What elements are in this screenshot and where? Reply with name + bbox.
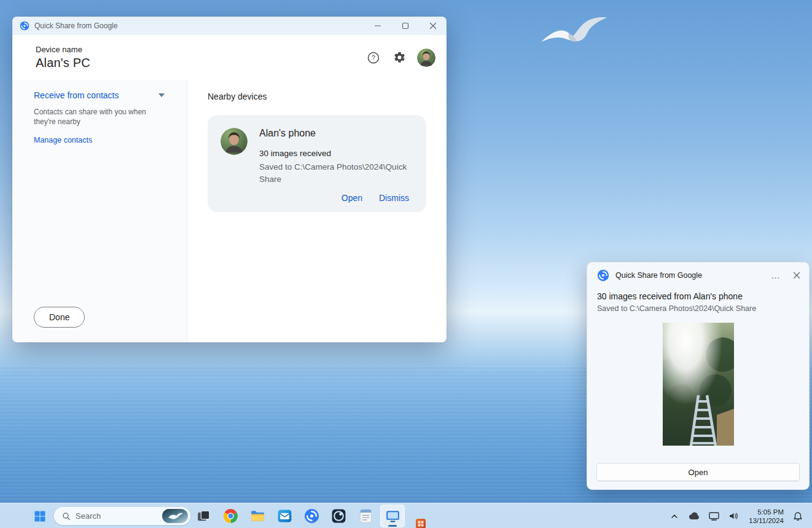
notification-toast: Quick Share from Google … 30 images rece…	[587, 262, 810, 490]
close-icon	[793, 272, 800, 279]
start-button[interactable]	[28, 505, 52, 527]
network-button[interactable]	[706, 507, 722, 526]
notepad-icon	[358, 508, 373, 524]
user-photo-icon	[417, 49, 435, 67]
file-explorer-button[interactable]	[245, 505, 270, 527]
toast-close-button[interactable]	[793, 272, 800, 279]
manage-contacts-link[interactable]: Manage contacts	[34, 136, 92, 144]
clock-time: 5:05 PM	[749, 508, 784, 516]
tv-app-icon	[385, 508, 400, 524]
maximize-icon	[402, 22, 409, 30]
saved-path: Saved to C:\Camera Photos\2024\Quick Sha…	[259, 161, 412, 186]
search-highlight-image[interactable]	[162, 509, 188, 523]
nearby-devices-heading: Nearby devices	[208, 92, 267, 101]
notepad-button[interactable]	[353, 505, 378, 527]
network-monitor-icon	[709, 512, 719, 521]
help-button[interactable]: ?	[365, 50, 381, 66]
media-app-icon	[331, 508, 346, 524]
quick-share-window: Quick Share from Google Device name Alan…	[12, 17, 447, 342]
system-tray: 5:05 PM 13/11/2024	[666, 503, 812, 528]
chrome-icon	[223, 508, 238, 524]
chevron-up-icon	[671, 514, 678, 519]
search-highlight-art-icon	[162, 509, 188, 523]
help-icon: ?	[367, 51, 380, 65]
hidden-icons-button[interactable]	[666, 507, 682, 526]
device-name-block: Device name Alan's PC	[36, 45, 90, 70]
device-name-label: Device name	[36, 45, 90, 54]
quick-share-logo-icon	[304, 508, 319, 524]
close-icon	[429, 22, 437, 30]
minimize-icon	[374, 22, 381, 30]
chevron-down-icon	[158, 93, 165, 97]
transfer-details: Alan's phone 30 images received Saved to…	[259, 128, 412, 186]
seagull-bird	[534, 12, 613, 59]
search-input[interactable]	[76, 511, 157, 521]
chrome-button[interactable]	[218, 505, 243, 527]
grid-glyph-icon	[418, 521, 424, 527]
cloud-icon	[689, 512, 700, 520]
sender-device-name: Alan's phone	[259, 128, 412, 139]
onedrive-button[interactable]	[686, 507, 702, 526]
media-app-button[interactable]	[326, 505, 351, 527]
quick-share-logo-icon	[20, 21, 29, 31]
sender-photo-icon	[221, 128, 248, 155]
task-view-icon	[196, 508, 211, 524]
received-photo-thumbnail[interactable]	[663, 323, 734, 446]
open-link[interactable]: Open	[342, 193, 362, 203]
toast-saved-path: Saved to C:\Camera Photos\2024\Quick Sha…	[597, 304, 799, 313]
windows-logo-icon	[34, 511, 45, 522]
received-transfer-card: Alan's phone 30 images received Saved to…	[208, 115, 426, 212]
minimize-button[interactable]	[364, 17, 391, 35]
outlook-icon	[277, 508, 292, 524]
clock[interactable]: 5:05 PM 13/11/2024	[749, 508, 784, 525]
receive-mode-dropdown[interactable]: Receive from contacts	[34, 90, 165, 100]
speaker-icon	[728, 512, 739, 520]
notification-center-button[interactable]	[790, 507, 806, 526]
svg-text:?: ?	[372, 53, 375, 61]
tv-app-button[interactable]	[380, 505, 405, 527]
quick-share-app-button[interactable]	[299, 505, 324, 527]
device-name-value: Alan's PC	[36, 56, 90, 70]
receive-mode-description: Contacts can share with you when they're…	[34, 107, 160, 127]
sender-avatar	[221, 128, 248, 155]
toast-header: Quick Share from Google …	[587, 262, 809, 282]
volume-button[interactable]	[725, 507, 741, 526]
toast-app-title: Quick Share from Google	[615, 271, 702, 280]
bell-icon	[793, 511, 803, 521]
clock-date: 13/11/2024	[749, 516, 784, 525]
gear-icon	[393, 51, 406, 64]
pinned-apps	[191, 505, 405, 527]
window-titlebar[interactable]: Quick Share from Google	[12, 17, 447, 35]
maximize-button[interactable]	[391, 17, 419, 35]
quick-share-logo-icon	[597, 269, 609, 282]
dismiss-link[interactable]: Dismiss	[379, 193, 409, 203]
nearby-devices-panel: Nearby devices Alan's phone	[187, 80, 447, 342]
overflow-app-icon[interactable]	[416, 519, 426, 528]
done-button[interactable]: Done	[34, 307, 85, 328]
close-button[interactable]	[419, 17, 447, 35]
outlook-button[interactable]	[272, 505, 297, 527]
toast-open-button[interactable]: Open	[596, 463, 800, 481]
app-header: Device name Alan's PC ?	[12, 35, 447, 80]
file-explorer-icon	[250, 508, 265, 524]
settings-button[interactable]	[391, 50, 407, 66]
transfer-status: 30 images received	[259, 149, 412, 158]
search-icon	[62, 512, 71, 521]
task-view-button[interactable]	[191, 505, 216, 527]
window-title: Quick Share from Google	[34, 22, 117, 30]
toast-message: 30 images received from Alan's phone	[597, 291, 799, 301]
account-avatar[interactable]	[417, 49, 435, 67]
taskbar-search-box[interactable]	[54, 507, 190, 525]
receive-mode-label: Receive from contacts	[34, 90, 119, 100]
toast-more-button[interactable]: …	[771, 273, 781, 278]
taskbar: 5:05 PM 13/11/2024	[0, 503, 812, 528]
settings-sidebar: Receive from contacts Contacts can share…	[12, 80, 187, 342]
